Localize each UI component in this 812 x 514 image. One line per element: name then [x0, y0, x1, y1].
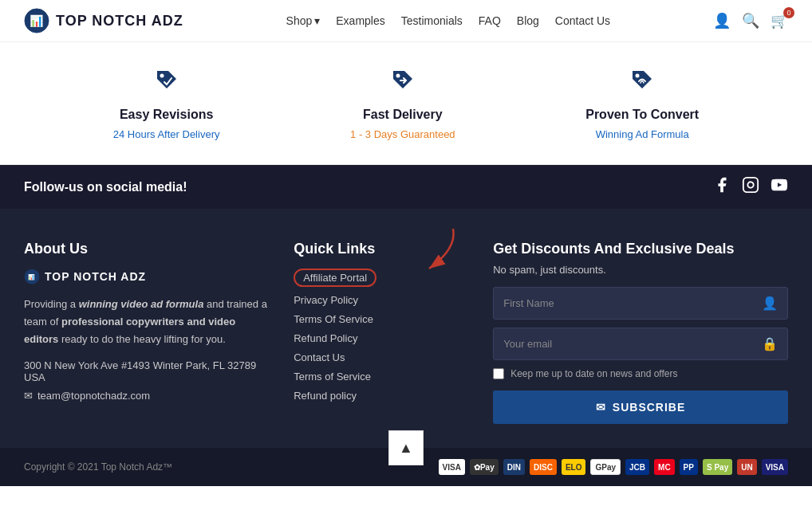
link-refund2[interactable]: Refund policy — [294, 389, 469, 402]
nav-contact[interactable]: Contact Us — [555, 14, 610, 27]
payment-shopify: S Pay — [703, 459, 732, 475]
footer-logo-text: Top Notch Adz — [45, 270, 146, 283]
logo[interactable]: 📊 Top Notch Adz — [24, 8, 183, 33]
footer-about-title: About Us — [24, 241, 270, 257]
svg-point-3 — [396, 74, 400, 78]
feature-title-2: Fast Delivery — [363, 108, 443, 122]
subscribe-button[interactable]: ✉ SUBSCRIBE — [493, 390, 788, 424]
link-terms[interactable]: Terms Of Service — [294, 312, 469, 325]
payment-elo: ELO — [562, 459, 586, 475]
account-icon[interactable]: 👤 — [713, 12, 731, 29]
footer-links-list: Affiliate Portal Privacy Policy Terms Of… — [294, 269, 469, 402]
cart-icon[interactable]: 🛒 0 — [771, 12, 788, 29]
tag-icon-1 — [152, 66, 181, 101]
copyright-text: Copyright © 2021 Top Notch Adz™ — [24, 461, 172, 473]
features-section: Easy Revisions 24 Hours After Delivery F… — [0, 42, 812, 165]
feature-easy-revisions: Easy Revisions 24 Hours After Delivery — [113, 66, 220, 140]
mail-icon: ✉ — [596, 401, 606, 414]
payment-applepay: ✿Pay — [470, 459, 499, 475]
scroll-top-button[interactable]: ▲ — [388, 430, 424, 465]
svg-point-4 — [636, 74, 640, 78]
svg-text:📊: 📊 — [30, 14, 44, 28]
footer-bottom: Copyright © 2021 Top Notch Adz™ ▲ VISA ✿… — [0, 448, 812, 486]
email-icon: ✉ — [24, 390, 33, 402]
payment-visa: VISA — [439, 459, 465, 475]
main-nav: Shop ▾ Examples Testimonials FAQ Blog Co… — [286, 14, 611, 27]
payment-visa2: VISA — [762, 459, 788, 475]
footer-email-row: ✉ team@topnotchadz.com — [24, 390, 270, 402]
instagram-icon[interactable] — [742, 176, 759, 198]
payment-gpay: GPay — [590, 459, 621, 475]
footer-description: Providing a winning video ad formula and… — [24, 296, 270, 348]
header-icons: 👤 🔍 🛒 0 — [713, 12, 788, 29]
first-name-wrapper[interactable]: 👤 — [493, 287, 788, 320]
chevron-down-icon: ▾ — [314, 14, 320, 27]
payment-paypal: PP — [680, 459, 698, 475]
link-refund[interactable]: Refund Policy — [294, 332, 469, 344]
svg-rect-5 — [743, 178, 758, 192]
footer-email-text: team@topnotchadz.com — [37, 390, 150, 402]
subscribe-subtitle: No spam, just discounts. — [493, 264, 788, 276]
nav-shop[interactable]: Shop ▾ — [286, 14, 321, 27]
footer-address: 300 N New York Ave #1493 Winter Park, FL… — [24, 359, 270, 383]
payment-discover: DISC — [530, 459, 557, 475]
payment-unionpay: UN — [737, 459, 756, 475]
search-icon[interactable]: 🔍 — [742, 12, 759, 29]
feature-sub-2: 1 - 3 Days Guaranteed — [350, 128, 455, 140]
social-icons — [713, 176, 788, 198]
nav-examples[interactable]: Examples — [336, 14, 384, 27]
newsletter-label: Keep me up to date on news and offers — [510, 368, 677, 379]
link-contact[interactable]: Contact Us — [294, 351, 469, 363]
cart-badge: 0 — [783, 7, 794, 18]
feature-fast-delivery: Fast Delivery 1 - 3 Days Guaranteed — [350, 66, 455, 140]
first-name-input[interactable] — [503, 297, 762, 309]
feature-sub-3: Winning Ad Formula — [596, 128, 689, 140]
tag-icon-3 — [628, 66, 656, 101]
email-input[interactable] — [503, 338, 762, 350]
feature-proven-convert: Proven To Convert Winning Ad Formula — [585, 66, 699, 140]
logo-icon: 📊 — [24, 8, 49, 33]
footer-subscribe-col: Get Discounts And Exclusive Deals No spa… — [493, 241, 788, 424]
lock-icon: 🔒 — [762, 336, 778, 351]
payment-jcb: JCB — [625, 459, 649, 475]
payment-mastercard: MC — [654, 459, 675, 475]
social-bar-title: Follow-us on social media! — [24, 180, 187, 194]
nav-testimonials[interactable]: Testimonials — [401, 14, 463, 27]
logo-text: Top Notch Adz — [56, 13, 183, 29]
tag-icon-2 — [388, 66, 417, 101]
feature-title-1: Easy Revisions — [120, 108, 213, 122]
facebook-icon[interactable] — [713, 176, 731, 198]
header: 📊 Top Notch Adz Shop ▾ Examples Testimon… — [0, 0, 812, 42]
payment-icons: VISA ✿Pay DIN DISC ELO GPay JCB MC PP S … — [439, 459, 788, 475]
social-bar: Follow-us on social media! — [0, 165, 812, 209]
svg-text:📊: 📊 — [28, 273, 36, 281]
subscribe-title: Get Discounts And Exclusive Deals — [493, 241, 788, 257]
email-wrapper[interactable]: 🔒 — [493, 328, 788, 360]
feature-sub-1: 24 Hours After Delivery — [113, 128, 220, 140]
feature-title-3: Proven To Convert — [585, 108, 699, 122]
link-affiliate[interactable]: Affiliate Portal — [294, 269, 469, 287]
nav-faq[interactable]: FAQ — [479, 14, 501, 27]
person-icon: 👤 — [762, 296, 778, 311]
youtube-icon[interactable] — [771, 176, 788, 198]
link-terms2[interactable]: Terms of Service — [294, 370, 469, 383]
red-arrow-annotation — [389, 225, 461, 281]
link-privacy[interactable]: Privacy Policy — [294, 293, 469, 306]
svg-point-2 — [160, 74, 164, 78]
footer-links-col: Quick Links Affiliate Portal Privacy Pol… — [294, 241, 469, 424]
footer-about-col: About Us 📊 Top Notch Adz Providing a win… — [24, 241, 270, 424]
footer-main: About Us 📊 Top Notch Adz Providing a win… — [0, 209, 812, 448]
newsletter-checkbox-row[interactable]: Keep me up to date on news and offers — [493, 368, 788, 379]
footer-logo: 📊 Top Notch Adz — [24, 269, 270, 284]
payment-diners: DIN — [503, 459, 525, 475]
affiliate-portal-link[interactable]: Affiliate Portal — [294, 269, 376, 287]
nav-blog[interactable]: Blog — [517, 14, 539, 27]
newsletter-checkbox[interactable] — [493, 368, 504, 379]
footer-logo-icon: 📊 — [24, 269, 40, 284]
